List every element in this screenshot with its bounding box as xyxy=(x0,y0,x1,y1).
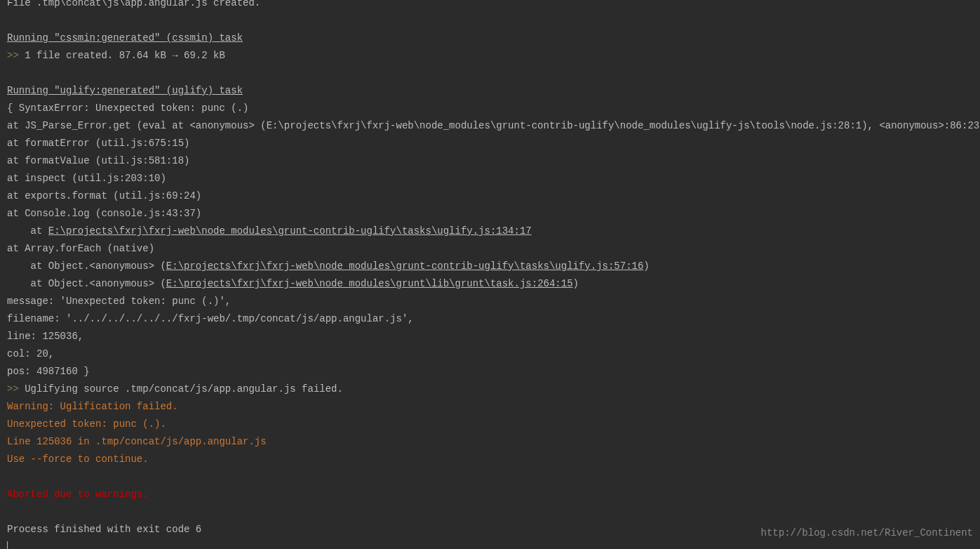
output-line: File .tmp\concat\js\app.angular.js creat… xyxy=(7,0,973,12)
output-text: 1 file created. 87.64 kB → 69.2 kB xyxy=(25,50,225,61)
watermark: http://blog.csdn.net/River_Continent xyxy=(761,524,973,542)
error-detail-line: pos: 4987160 } xyxy=(7,363,973,381)
stack-trace-line: at inspect (util.js:203:10) xyxy=(7,170,973,187)
error-line: { SyntaxError: Unexpected token: punc (.… xyxy=(7,100,973,117)
stack-trace-line: at Object.<anonymous> (E:\projects\fxrj\… xyxy=(7,275,973,293)
stack-trace-line: at formatError (util.js:675:15) xyxy=(7,135,973,152)
stack-trace-line: at Console.log (console.js:43:37) xyxy=(7,205,973,223)
blank-line xyxy=(7,468,973,486)
warning-line: Warning: Uglification failed. xyxy=(7,398,973,416)
file-link[interactable]: E:\projects\fxrj\fxrj-web\node_modules\g… xyxy=(48,225,532,237)
blank-line xyxy=(7,503,973,521)
file-link[interactable]: E:\projects\fxrj\fxrj-web\node_modules\g… xyxy=(166,260,644,272)
prompt-marker: >> xyxy=(7,50,25,61)
output-line: >> Uglifying source .tmp/concat/js/app.a… xyxy=(7,381,973,398)
stack-trace-line: at formatValue (util.js:581:18) xyxy=(7,152,973,170)
file-link[interactable]: E:\projects\fxrj\fxrj-web\node_modules\g… xyxy=(166,278,573,289)
prompt-marker: >> xyxy=(7,383,25,395)
task-header-uglify: Running "uglify:generated" (uglify) task xyxy=(7,82,973,100)
stack-trace-line: at Object.<anonymous> (E:\projects\fxrj\… xyxy=(7,258,973,275)
task-header-cssmin: Running "cssmin:generated" (cssmin) task xyxy=(7,29,973,47)
aborted-line: Aborted due to warnings. xyxy=(7,486,973,503)
error-detail-line: filename: '../../../../../../fxrj-web/.t… xyxy=(7,310,973,328)
terminal-cursor xyxy=(7,541,8,549)
stack-trace-line: at JS_Parse_Error.get (eval at <anonymou… xyxy=(7,117,973,135)
stack-trace-line: at Array.forEach (native) xyxy=(7,240,973,258)
error-detail-line: col: 20, xyxy=(7,345,973,363)
stack-trace-line: at E:\projects\fxrj\fxrj-web\node_module… xyxy=(7,223,973,240)
stack-prefix: at Object.<anonymous> ( xyxy=(7,260,166,272)
stack-trace-line: at exports.format (util.js:69:24) xyxy=(7,187,973,205)
stack-prefix: at Object.<anonymous> ( xyxy=(7,278,166,289)
output-text: Uglifying source .tmp/concat/js/app.angu… xyxy=(25,383,343,395)
blank-line xyxy=(7,12,973,29)
blank-line xyxy=(7,65,973,82)
error-detail-line: message: 'Unexpected token: punc (.)', xyxy=(7,293,973,310)
error-detail-line: line: 125036, xyxy=(7,328,973,345)
stack-suffix: ) xyxy=(573,278,579,289)
warning-line: Line 125036 in .tmp/concat/js/app.angula… xyxy=(7,433,973,451)
warning-line: Use --force to continue. xyxy=(7,451,973,468)
stack-prefix: at xyxy=(7,225,48,237)
output-line: >> 1 file created. 87.64 kB → 69.2 kB xyxy=(7,47,973,65)
warning-line: Unexpected token: punc (.). xyxy=(7,416,973,433)
stack-suffix: ) xyxy=(643,260,649,272)
